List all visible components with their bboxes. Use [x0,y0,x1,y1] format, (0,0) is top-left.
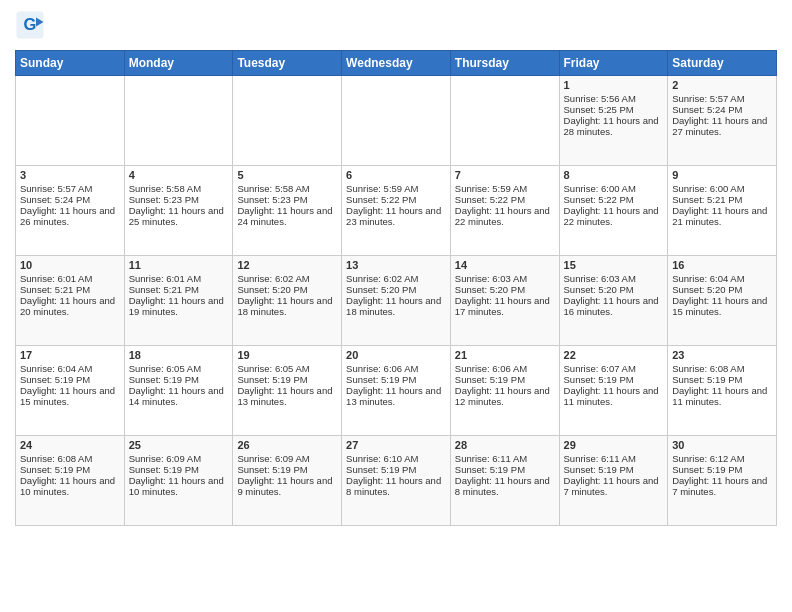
calendar-cell: 24Sunrise: 6:08 AMSunset: 5:19 PMDayligh… [16,436,125,526]
sunrise-text: Sunrise: 6:00 AM [672,183,744,194]
sunset-text: Sunset: 5:23 PM [129,194,199,205]
sunrise-text: Sunrise: 5:57 AM [672,93,744,104]
calendar-week-2: 3Sunrise: 5:57 AMSunset: 5:24 PMDaylight… [16,166,777,256]
sunrise-text: Sunrise: 6:06 AM [346,363,418,374]
calendar-week-5: 24Sunrise: 6:08 AMSunset: 5:19 PMDayligh… [16,436,777,526]
sunrise-text: Sunrise: 6:04 AM [20,363,92,374]
day-number: 22 [564,349,664,361]
daylight-text: Daylight: 11 hours and 28 minutes. [564,115,659,137]
sunrise-text: Sunrise: 6:08 AM [672,363,744,374]
day-number: 8 [564,169,664,181]
calendar-cell: 17Sunrise: 6:04 AMSunset: 5:19 PMDayligh… [16,346,125,436]
sunset-text: Sunset: 5:21 PM [129,284,199,295]
daylight-text: Daylight: 11 hours and 9 minutes. [237,475,332,497]
sunset-text: Sunset: 5:22 PM [346,194,416,205]
logo: G [15,10,51,40]
calendar-cell: 29Sunrise: 6:11 AMSunset: 5:19 PMDayligh… [559,436,668,526]
calendar-cell: 16Sunrise: 6:04 AMSunset: 5:20 PMDayligh… [668,256,777,346]
sunrise-text: Sunrise: 6:02 AM [346,273,418,284]
calendar-cell: 11Sunrise: 6:01 AMSunset: 5:21 PMDayligh… [124,256,233,346]
sunrise-text: Sunrise: 6:09 AM [129,453,201,464]
sunrise-text: Sunrise: 5:57 AM [20,183,92,194]
day-number: 24 [20,439,120,451]
calendar-cell: 5Sunrise: 5:58 AMSunset: 5:23 PMDaylight… [233,166,342,256]
sunset-text: Sunset: 5:24 PM [20,194,90,205]
calendar-cell: 25Sunrise: 6:09 AMSunset: 5:19 PMDayligh… [124,436,233,526]
day-number: 15 [564,259,664,271]
sunrise-text: Sunrise: 6:05 AM [237,363,309,374]
sunrise-text: Sunrise: 6:04 AM [672,273,744,284]
daylight-text: Daylight: 11 hours and 21 minutes. [672,205,767,227]
daylight-text: Daylight: 11 hours and 17 minutes. [455,295,550,317]
daylight-text: Daylight: 11 hours and 16 minutes. [564,295,659,317]
sunset-text: Sunset: 5:21 PM [672,194,742,205]
logo-icon: G [15,10,45,40]
sunset-text: Sunset: 5:22 PM [455,194,525,205]
day-number: 18 [129,349,229,361]
daylight-text: Daylight: 11 hours and 15 minutes. [20,385,115,407]
day-number: 29 [564,439,664,451]
daylight-text: Daylight: 11 hours and 18 minutes. [237,295,332,317]
day-header-thursday: Thursday [450,51,559,76]
page-header: G [15,10,777,40]
daylight-text: Daylight: 11 hours and 14 minutes. [129,385,224,407]
sunset-text: Sunset: 5:19 PM [20,464,90,475]
sunset-text: Sunset: 5:22 PM [564,194,634,205]
day-number: 30 [672,439,772,451]
calendar-week-3: 10Sunrise: 6:01 AMSunset: 5:21 PMDayligh… [16,256,777,346]
daylight-text: Daylight: 11 hours and 22 minutes. [455,205,550,227]
sunrise-text: Sunrise: 6:03 AM [564,273,636,284]
day-header-wednesday: Wednesday [342,51,451,76]
calendar-cell: 10Sunrise: 6:01 AMSunset: 5:21 PMDayligh… [16,256,125,346]
sunrise-text: Sunrise: 5:59 AM [346,183,418,194]
sunrise-text: Sunrise: 6:02 AM [237,273,309,284]
sunrise-text: Sunrise: 6:08 AM [20,453,92,464]
svg-text:G: G [24,15,37,33]
calendar-cell: 26Sunrise: 6:09 AMSunset: 5:19 PMDayligh… [233,436,342,526]
calendar-cell: 27Sunrise: 6:10 AMSunset: 5:19 PMDayligh… [342,436,451,526]
day-number: 14 [455,259,555,271]
calendar-cell: 20Sunrise: 6:06 AMSunset: 5:19 PMDayligh… [342,346,451,436]
daylight-text: Daylight: 11 hours and 22 minutes. [564,205,659,227]
sunset-text: Sunset: 5:19 PM [346,464,416,475]
sunset-text: Sunset: 5:19 PM [20,374,90,385]
daylight-text: Daylight: 11 hours and 10 minutes. [20,475,115,497]
calendar-cell: 3Sunrise: 5:57 AMSunset: 5:24 PMDaylight… [16,166,125,256]
daylight-text: Daylight: 11 hours and 7 minutes. [564,475,659,497]
sunrise-text: Sunrise: 6:03 AM [455,273,527,284]
sunset-text: Sunset: 5:21 PM [20,284,90,295]
calendar-cell [450,76,559,166]
daylight-text: Daylight: 11 hours and 18 minutes. [346,295,441,317]
day-number: 6 [346,169,446,181]
day-number: 17 [20,349,120,361]
sunrise-text: Sunrise: 6:01 AM [20,273,92,284]
daylight-text: Daylight: 11 hours and 24 minutes. [237,205,332,227]
calendar-cell: 30Sunrise: 6:12 AMSunset: 5:19 PMDayligh… [668,436,777,526]
calendar-cell: 9Sunrise: 6:00 AMSunset: 5:21 PMDaylight… [668,166,777,256]
sunset-text: Sunset: 5:19 PM [564,374,634,385]
calendar-cell: 23Sunrise: 6:08 AMSunset: 5:19 PMDayligh… [668,346,777,436]
calendar-cell: 28Sunrise: 6:11 AMSunset: 5:19 PMDayligh… [450,436,559,526]
day-number: 9 [672,169,772,181]
daylight-text: Daylight: 11 hours and 8 minutes. [455,475,550,497]
calendar-cell [342,76,451,166]
calendar-cell: 19Sunrise: 6:05 AMSunset: 5:19 PMDayligh… [233,346,342,436]
calendar-cell: 18Sunrise: 6:05 AMSunset: 5:19 PMDayligh… [124,346,233,436]
calendar-week-1: 1Sunrise: 5:56 AMSunset: 5:25 PMDaylight… [16,76,777,166]
day-header-friday: Friday [559,51,668,76]
sunrise-text: Sunrise: 6:10 AM [346,453,418,464]
sunset-text: Sunset: 5:19 PM [455,464,525,475]
day-number: 19 [237,349,337,361]
calendar-cell: 6Sunrise: 5:59 AMSunset: 5:22 PMDaylight… [342,166,451,256]
daylight-text: Daylight: 11 hours and 8 minutes. [346,475,441,497]
sunset-text: Sunset: 5:20 PM [672,284,742,295]
daylight-text: Daylight: 11 hours and 26 minutes. [20,205,115,227]
calendar-header-row: SundayMondayTuesdayWednesdayThursdayFrid… [16,51,777,76]
sunset-text: Sunset: 5:19 PM [129,374,199,385]
day-number: 10 [20,259,120,271]
sunset-text: Sunset: 5:19 PM [672,464,742,475]
daylight-text: Daylight: 11 hours and 25 minutes. [129,205,224,227]
daylight-text: Daylight: 11 hours and 11 minutes. [672,385,767,407]
calendar-cell [233,76,342,166]
day-number: 1 [564,79,664,91]
